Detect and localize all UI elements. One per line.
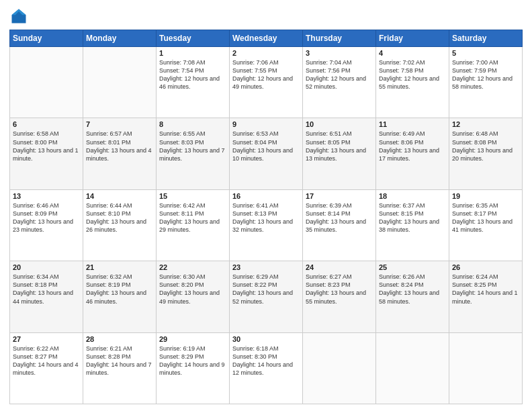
cell-info: Sunrise: 6:30 AM Sunset: 8:20 PM Dayligh… [159, 273, 226, 306]
day-number: 11 [379, 120, 446, 128]
calendar-cell: 26Sunrise: 6:24 AM Sunset: 8:25 PM Dayli… [449, 261, 523, 332]
calendar-cell: 18Sunrise: 6:37 AM Sunset: 8:15 PM Dayli… [376, 189, 449, 261]
cell-info: Sunrise: 6:29 AM Sunset: 8:22 PM Dayligh… [232, 273, 300, 306]
day-number: 10 [306, 120, 373, 128]
calendar-cell: 27Sunrise: 6:22 AM Sunset: 8:27 PM Dayli… [10, 332, 83, 404]
calendar-cell: 20Sunrise: 6:34 AM Sunset: 8:18 PM Dayli… [10, 261, 83, 332]
calendar-cell: 3Sunrise: 7:04 AM Sunset: 7:56 PM Daylig… [303, 47, 376, 118]
calendar-cell: 6Sunrise: 6:58 AM Sunset: 8:00 PM Daylig… [10, 118, 83, 189]
day-number: 28 [86, 335, 153, 343]
weekday-header: Saturday [449, 30, 523, 47]
cell-info: Sunrise: 6:39 AM Sunset: 8:14 PM Dayligh… [306, 201, 373, 234]
day-number: 17 [306, 192, 373, 200]
cell-info: Sunrise: 6:53 AM Sunset: 8:04 PM Dayligh… [232, 130, 300, 163]
cell-info: Sunrise: 6:46 AM Sunset: 8:09 PM Dayligh… [13, 201, 80, 234]
cell-info: Sunrise: 7:04 AM Sunset: 7:56 PM Dayligh… [306, 58, 373, 91]
weekday-header: Thursday [303, 30, 376, 47]
day-number: 6 [13, 120, 80, 128]
calendar-cell: 11Sunrise: 6:49 AM Sunset: 8:06 PM Dayli… [376, 118, 449, 189]
calendar-cell: 28Sunrise: 6:21 AM Sunset: 8:28 PM Dayli… [83, 332, 157, 404]
calendar-cell: 4Sunrise: 7:02 AM Sunset: 7:58 PM Daylig… [376, 47, 449, 118]
day-number: 7 [86, 120, 153, 128]
day-number: 3 [306, 49, 373, 57]
cell-info: Sunrise: 7:08 AM Sunset: 7:54 PM Dayligh… [159, 58, 226, 91]
day-number: 25 [379, 263, 446, 271]
calendar-header-row: SundayMondayTuesdayWednesdayThursdayFrid… [10, 30, 523, 47]
calendar-week-row: 1Sunrise: 7:08 AM Sunset: 7:54 PM Daylig… [10, 47, 523, 118]
logo [9, 7, 31, 26]
calendar-cell: 21Sunrise: 6:32 AM Sunset: 8:19 PM Dayli… [83, 261, 157, 332]
day-number: 23 [232, 263, 300, 271]
day-number: 2 [232, 49, 300, 57]
calendar-cell: 25Sunrise: 6:26 AM Sunset: 8:24 PM Dayli… [376, 261, 449, 332]
calendar-cell: 16Sunrise: 6:41 AM Sunset: 8:13 PM Dayli… [230, 189, 303, 261]
calendar-cell: 7Sunrise: 6:57 AM Sunset: 8:01 PM Daylig… [83, 118, 157, 189]
calendar-cell: 14Sunrise: 6:44 AM Sunset: 8:10 PM Dayli… [83, 189, 157, 261]
logo-icon [9, 7, 28, 26]
cell-info: Sunrise: 6:21 AM Sunset: 8:28 PM Dayligh… [86, 345, 153, 377]
calendar-week-row: 20Sunrise: 6:34 AM Sunset: 8:18 PM Dayli… [10, 261, 523, 332]
cell-info: Sunrise: 6:57 AM Sunset: 8:01 PM Dayligh… [86, 130, 153, 163]
day-number: 22 [159, 263, 226, 271]
calendar-week-row: 6Sunrise: 6:58 AM Sunset: 8:00 PM Daylig… [10, 118, 523, 189]
cell-info: Sunrise: 6:26 AM Sunset: 8:24 PM Dayligh… [379, 273, 446, 306]
cell-info: Sunrise: 7:02 AM Sunset: 7:58 PM Dayligh… [379, 58, 446, 91]
weekday-header: Friday [376, 30, 449, 47]
day-number: 30 [232, 335, 300, 343]
day-number: 21 [86, 263, 153, 271]
calendar-cell: 15Sunrise: 6:42 AM Sunset: 8:11 PM Dayli… [157, 189, 230, 261]
cell-info: Sunrise: 6:37 AM Sunset: 8:15 PM Dayligh… [379, 201, 446, 234]
cell-info: Sunrise: 6:44 AM Sunset: 8:10 PM Dayligh… [86, 201, 153, 234]
day-number: 4 [379, 49, 446, 57]
header [9, 7, 523, 26]
calendar-cell: 17Sunrise: 6:39 AM Sunset: 8:14 PM Dayli… [303, 189, 376, 261]
day-number: 5 [452, 49, 519, 57]
day-number: 13 [13, 192, 80, 200]
day-number: 9 [232, 120, 300, 128]
weekday-header: Tuesday [157, 30, 230, 47]
cell-info: Sunrise: 6:35 AM Sunset: 8:17 PM Dayligh… [452, 201, 519, 234]
weekday-header: Sunday [10, 30, 83, 47]
calendar-cell [10, 47, 83, 118]
calendar-cell [376, 332, 449, 404]
cell-info: Sunrise: 6:41 AM Sunset: 8:13 PM Dayligh… [232, 201, 300, 234]
cell-info: Sunrise: 6:19 AM Sunset: 8:29 PM Dayligh… [159, 345, 226, 377]
page: SundayMondayTuesdayWednesdayThursdayFrid… [0, 0, 532, 411]
calendar-cell: 29Sunrise: 6:19 AM Sunset: 8:29 PM Dayli… [157, 332, 230, 404]
cell-info: Sunrise: 6:49 AM Sunset: 8:06 PM Dayligh… [379, 130, 446, 163]
cell-info: Sunrise: 6:55 AM Sunset: 8:03 PM Dayligh… [159, 130, 226, 163]
day-number: 19 [452, 192, 519, 200]
cell-info: Sunrise: 6:22 AM Sunset: 8:27 PM Dayligh… [13, 345, 80, 377]
calendar-cell: 19Sunrise: 6:35 AM Sunset: 8:17 PM Dayli… [449, 189, 523, 261]
cell-info: Sunrise: 6:24 AM Sunset: 8:25 PM Dayligh… [452, 273, 519, 306]
calendar-cell [303, 332, 376, 404]
calendar-cell: 2Sunrise: 7:06 AM Sunset: 7:55 PM Daylig… [230, 47, 303, 118]
calendar-cell: 23Sunrise: 6:29 AM Sunset: 8:22 PM Dayli… [230, 261, 303, 332]
calendar-cell [83, 47, 157, 118]
weekday-header: Monday [83, 30, 157, 47]
cell-info: Sunrise: 6:18 AM Sunset: 8:30 PM Dayligh… [232, 345, 300, 377]
cell-info: Sunrise: 6:51 AM Sunset: 8:05 PM Dayligh… [306, 130, 373, 163]
day-number: 16 [232, 192, 300, 200]
calendar-table: SundayMondayTuesdayWednesdayThursdayFrid… [9, 30, 523, 404]
cell-info: Sunrise: 6:27 AM Sunset: 8:23 PM Dayligh… [306, 273, 373, 306]
cell-info: Sunrise: 7:00 AM Sunset: 7:59 PM Dayligh… [452, 58, 519, 91]
day-number: 14 [86, 192, 153, 200]
day-number: 26 [452, 263, 519, 271]
calendar-cell: 24Sunrise: 6:27 AM Sunset: 8:23 PM Dayli… [303, 261, 376, 332]
calendar-cell: 10Sunrise: 6:51 AM Sunset: 8:05 PM Dayli… [303, 118, 376, 189]
calendar-cell: 9Sunrise: 6:53 AM Sunset: 8:04 PM Daylig… [230, 118, 303, 189]
day-number: 12 [452, 120, 519, 128]
calendar-cell: 22Sunrise: 6:30 AM Sunset: 8:20 PM Dayli… [157, 261, 230, 332]
day-number: 29 [159, 335, 226, 343]
day-number: 8 [159, 120, 226, 128]
day-number: 1 [159, 49, 226, 57]
day-number: 24 [306, 263, 373, 271]
day-number: 15 [159, 192, 226, 200]
cell-info: Sunrise: 6:58 AM Sunset: 8:00 PM Dayligh… [13, 130, 80, 163]
calendar-week-row: 27Sunrise: 6:22 AM Sunset: 8:27 PM Dayli… [10, 332, 523, 404]
day-number: 27 [13, 335, 80, 343]
calendar-week-row: 13Sunrise: 6:46 AM Sunset: 8:09 PM Dayli… [10, 189, 523, 261]
calendar-cell: 30Sunrise: 6:18 AM Sunset: 8:30 PM Dayli… [230, 332, 303, 404]
weekday-header: Wednesday [230, 30, 303, 47]
